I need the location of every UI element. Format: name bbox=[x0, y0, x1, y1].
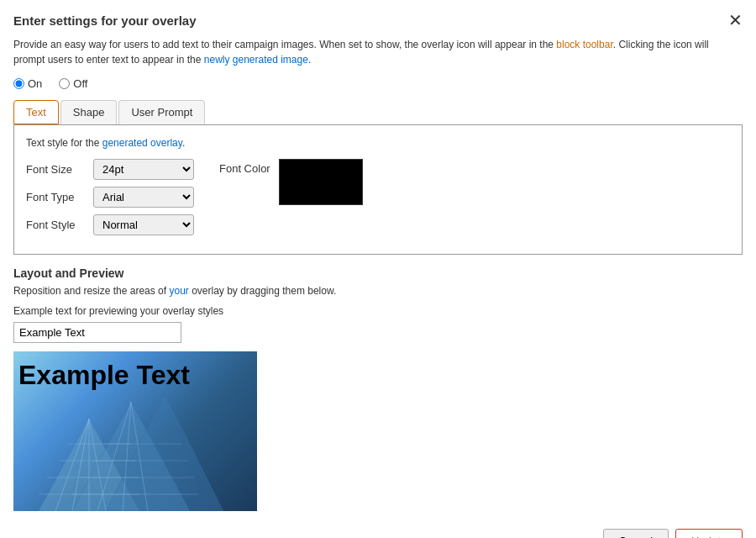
generated-overlay-highlight: generated overlay bbox=[102, 137, 182, 149]
tab-text[interactable]: Text bbox=[13, 100, 59, 124]
cancel-button[interactable]: Cancel bbox=[603, 529, 669, 538]
text-style-description: Text style for the generated overlay. bbox=[26, 137, 730, 149]
description-text: Provide an easy way for users to add tex… bbox=[13, 37, 743, 67]
tab-shape[interactable]: Shape bbox=[60, 100, 118, 124]
font-color-section: Font Color bbox=[219, 159, 363, 205]
font-size-label: Font Size bbox=[26, 163, 93, 176]
radio-on[interactable] bbox=[13, 78, 24, 89]
radio-on-label[interactable]: On bbox=[13, 77, 42, 90]
close-button[interactable]: ✕ bbox=[728, 12, 743, 29]
font-size-row: Font Size 24pt 12pt 16pt 18pt 20pt 28pt … bbox=[26, 159, 194, 180]
radio-off[interactable] bbox=[59, 78, 70, 89]
tab-user-prompt[interactable]: User Prompt bbox=[118, 100, 205, 124]
highlight-block-toolbar: block toolbar bbox=[556, 39, 612, 50]
font-fields: Font Size 24pt 12pt 16pt 18pt 20pt 28pt … bbox=[26, 159, 194, 242]
highlight-appear: newly generated image bbox=[204, 54, 308, 66]
radio-off-text: Off bbox=[73, 77, 87, 90]
layout-section: Layout and Preview Reposition and resize… bbox=[13, 266, 743, 511]
settings-dialog: Enter settings for your overlay ✕ Provid… bbox=[0, 0, 756, 538]
font-style-label: Font Style bbox=[26, 219, 93, 231]
visibility-radio-group: On Off bbox=[13, 77, 743, 90]
font-color-label: Font Color bbox=[219, 159, 270, 175]
font-style-row: Font Style Normal Bold Italic Bold Itali… bbox=[26, 214, 194, 235]
example-label: Example text for previewing your overlay… bbox=[13, 305, 743, 317]
tab-bar: Text Shape User Prompt bbox=[13, 100, 743, 124]
color-swatch[interactable] bbox=[279, 159, 363, 205]
font-size-select[interactable]: 24pt 12pt 16pt 18pt 20pt 28pt 32pt 36pt bbox=[93, 159, 194, 180]
radio-off-label[interactable]: Off bbox=[59, 77, 87, 90]
update-button[interactable]: Update bbox=[675, 529, 743, 538]
tab-content-text: Text style for the generated overlay. Fo… bbox=[13, 124, 743, 255]
example-text-input[interactable] bbox=[13, 322, 181, 343]
dialog-header: Enter settings for your overlay ✕ bbox=[13, 12, 743, 29]
preview-area: Example Text bbox=[13, 351, 257, 511]
radio-on-text: On bbox=[28, 77, 42, 90]
your-highlight: your bbox=[169, 285, 188, 297]
preview-text-overlay: Example Text bbox=[18, 360, 190, 391]
font-type-select[interactable]: Arial Times New Roman Verdana Georgia bbox=[93, 187, 194, 208]
font-type-row: Font Type Arial Times New Roman Verdana … bbox=[26, 187, 194, 208]
font-settings-row: Font Size 24pt 12pt 16pt 18pt 20pt 28pt … bbox=[26, 159, 730, 242]
layout-title: Layout and Preview bbox=[13, 266, 743, 280]
font-type-label: Font Type bbox=[26, 191, 93, 203]
dialog-title: Enter settings for your overlay bbox=[13, 13, 197, 28]
layout-desc: Reposition and resize the areas of your … bbox=[13, 285, 743, 297]
dialog-footer: Cancel Update bbox=[603, 529, 743, 538]
font-style-select[interactable]: Normal Bold Italic Bold Italic bbox=[93, 214, 194, 235]
